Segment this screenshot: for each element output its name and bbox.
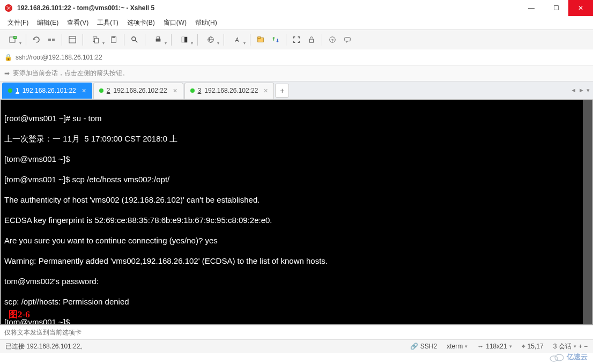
svg-rect-9	[94, 38, 98, 43]
svg-rect-5	[52, 39, 55, 41]
tab-close-icon[interactable]: ✕	[173, 87, 177, 94]
tab-prev-icon[interactable]: ◄	[570, 87, 576, 94]
help-button[interactable]: ?	[325, 33, 339, 47]
menu-view[interactable]: 查看(V)	[64, 16, 92, 29]
tab-next-icon[interactable]: ►	[579, 87, 584, 94]
menu-tabs[interactable]: 选项卡(B)	[124, 16, 158, 29]
terminal-line: 上一次登录：一 11月 5 17:09:00 CST 2018:0 上	[4, 133, 589, 144]
separator	[322, 34, 322, 46]
status-dot-icon	[190, 88, 195, 93]
watermark: 亿速云	[548, 352, 588, 362]
tab-number: 2	[107, 87, 110, 94]
hint-text: 要添加当前会话，点击左侧的箭头按钮。	[13, 69, 129, 78]
svg-text:A: A	[234, 36, 239, 42]
cloud-icon	[548, 352, 565, 362]
menu-edit[interactable]: 编辑(E)	[34, 16, 62, 29]
fullscreen-button[interactable]	[290, 33, 303, 47]
menu-tools[interactable]: 工具(T)	[94, 16, 121, 29]
cursor-pos-icon: ⌖	[522, 343, 525, 350]
properties-button[interactable]	[65, 33, 79, 47]
svg-rect-17	[182, 36, 184, 42]
toolbar: + A ?	[0, 30, 593, 49]
tab-close-icon[interactable]: ✕	[263, 87, 268, 94]
minimize-button[interactable]: —	[519, 0, 544, 16]
svg-point-12	[132, 36, 136, 40]
terminal-line: Warning: Permanently added 'vms002,192.1…	[4, 256, 589, 266]
find-button[interactable]	[128, 33, 142, 47]
resize-icon: ↔	[477, 343, 484, 350]
hint-bar: ➡ 要添加当前会话，点击左侧的箭头按钮。	[0, 65, 593, 81]
tab-close-icon[interactable]: ✕	[81, 87, 86, 94]
file-manager-button[interactable]	[254, 33, 268, 47]
new-session-button[interactable]: +	[3, 33, 23, 47]
tab-strip: 1 192.168.26.101:22 ✕ 2 192.168.26.102:2…	[0, 81, 593, 100]
address-url[interactable]: ssh://root@192.168.26.101:22	[16, 54, 102, 61]
svg-rect-15	[157, 36, 159, 39]
lock-button[interactable]	[305, 33, 318, 47]
terminal-line: Are you sure you want to continue connec…	[4, 235, 589, 246]
svg-text:+: +	[14, 35, 16, 39]
new-tab-button[interactable]: +	[275, 84, 289, 98]
arrow-icon[interactable]: ➡	[4, 70, 10, 77]
chevron-down-icon[interactable]: ▾	[465, 344, 468, 349]
transfer-button[interactable]	[269, 33, 283, 47]
tab-nav: ◄ ► ▾	[570, 87, 590, 94]
tab-number: 3	[198, 87, 202, 94]
terminal-line: scp: /opt//hosts: Permission denied	[4, 296, 589, 307]
svg-point-28	[550, 356, 558, 361]
app-icon	[4, 4, 13, 12]
separator	[197, 34, 198, 46]
separator	[171, 34, 172, 46]
close-button[interactable]: ✕	[568, 0, 593, 16]
session-tab-2[interactable]: 2 192.168.26.102:22 ✕	[93, 83, 183, 99]
tab-menu-icon[interactable]: ▾	[587, 87, 590, 94]
svg-rect-23	[258, 36, 261, 38]
scroll-thumb[interactable]	[583, 100, 592, 324]
title-bar: 192.168.26.101:22 - tom@vms001:~ - Xshel…	[0, 0, 593, 16]
separator	[286, 34, 286, 46]
chevron-down-icon[interactable]: ▾	[574, 344, 576, 349]
svg-point-29	[555, 354, 564, 361]
terminal-line: [tom@vms001 ~]$	[4, 154, 589, 164]
svg-rect-11	[112, 36, 115, 38]
svg-rect-14	[156, 39, 161, 41]
maximize-button[interactable]: ☐	[544, 0, 568, 16]
svg-line-13	[135, 40, 137, 42]
reconnect-button[interactable]	[29, 33, 43, 47]
disconnect-button[interactable]	[45, 33, 58, 47]
tab-label: 192.168.26.102:22	[204, 87, 258, 94]
watermark-text: 亿速云	[567, 352, 588, 362]
svg-rect-6	[69, 36, 76, 43]
compose-bar[interactable]	[0, 325, 593, 340]
separator	[124, 34, 124, 46]
forum-button[interactable]	[340, 33, 354, 47]
svg-text:?: ?	[331, 38, 334, 42]
print-button[interactable]	[149, 33, 168, 47]
copy-button[interactable]	[86, 33, 106, 47]
add-icon[interactable]: + −	[579, 343, 588, 350]
session-tab-1[interactable]: 1 192.168.26.101:22 ✕	[2, 83, 92, 99]
svg-rect-27	[345, 37, 351, 41]
terminal-line: [tom@vms001 ~]$	[4, 317, 589, 325]
font-button[interactable]: A	[227, 33, 247, 47]
terminal[interactable]: [root@vms001 ~]# su - tom 上一次登录：一 11月 5 …	[0, 100, 593, 325]
chevron-down-icon[interactable]: ▾	[509, 344, 512, 349]
menu-file[interactable]: 文件(F)	[4, 16, 32, 29]
compose-input[interactable]	[4, 329, 589, 336]
encoding-button[interactable]	[201, 33, 220, 47]
vertical-scrollbar[interactable]	[583, 100, 592, 324]
status-protocol: 🔗SSH2	[410, 343, 437, 350]
session-tab-3[interactable]: 3 192.168.26.102:22 ✕	[184, 83, 275, 99]
menu-help[interactable]: 帮助(H)	[192, 16, 220, 29]
status-connection: 已连接 192.168.26.101:22。	[5, 342, 401, 351]
status-term: xterm▾	[447, 343, 468, 350]
color-scheme-button[interactable]	[175, 33, 194, 47]
status-dot-icon	[8, 88, 12, 93]
separator	[250, 34, 250, 46]
svg-rect-24	[310, 39, 314, 42]
menu-window[interactable]: 窗口(W)	[160, 16, 190, 29]
terminal-line: [tom@vms001 ~]$ scp /etc/hosts vms002:/o…	[4, 174, 589, 184]
paste-button[interactable]	[107, 33, 121, 47]
separator	[83, 34, 83, 46]
separator	[224, 34, 224, 46]
